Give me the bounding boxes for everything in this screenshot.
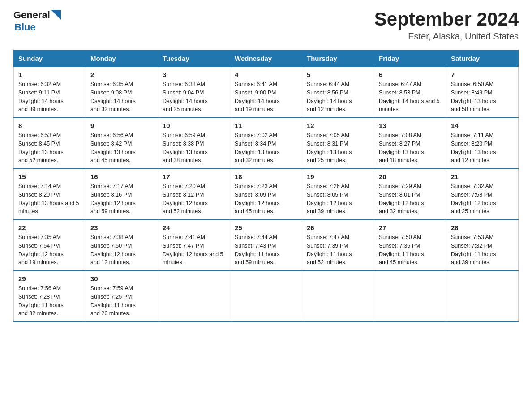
calendar-cell: 13 Sunrise: 7:08 AM Sunset: 8:27 PM Dayl…	[374, 118, 446, 169]
day-info: Sunrise: 7:02 AM Sunset: 8:34 PM Dayligh…	[235, 131, 297, 165]
day-info: Sunrise: 6:47 AM Sunset: 8:53 PM Dayligh…	[379, 80, 442, 114]
calendar-cell: 4 Sunrise: 6:41 AM Sunset: 9:00 PM Dayli…	[230, 67, 302, 118]
calendar-cell: 8 Sunrise: 6:53 AM Sunset: 8:45 PM Dayli…	[14, 118, 86, 169]
calendar-cell: 7 Sunrise: 6:50 AM Sunset: 8:49 PM Dayli…	[446, 67, 519, 118]
day-info: Sunrise: 7:41 AM Sunset: 7:47 PM Dayligh…	[163, 233, 225, 267]
col-friday: Friday	[374, 50, 446, 67]
day-info: Sunrise: 7:38 AM Sunset: 7:50 PM Dayligh…	[90, 233, 153, 267]
day-number: 30	[90, 275, 153, 283]
day-info: Sunrise: 7:23 AM Sunset: 8:09 PM Dayligh…	[235, 182, 297, 216]
calendar-cell: 28 Sunrise: 7:53 AM Sunset: 7:32 PM Dayl…	[446, 220, 519, 271]
day-number: 20	[379, 173, 442, 180]
day-number: 2	[90, 71, 153, 78]
calendar-cell: 19 Sunrise: 7:26 AM Sunset: 8:05 PM Dayl…	[302, 169, 374, 220]
calendar-cell: 29 Sunrise: 7:56 AM Sunset: 7:28 PM Dayl…	[14, 271, 86, 322]
col-sunday: Sunday	[14, 50, 86, 67]
calendar-cell: 20 Sunrise: 7:29 AM Sunset: 8:01 PM Dayl…	[374, 169, 446, 220]
day-number: 4	[235, 71, 297, 78]
calendar-cell: 6 Sunrise: 6:47 AM Sunset: 8:53 PM Dayli…	[374, 67, 446, 118]
day-info: Sunrise: 7:56 AM Sunset: 7:28 PM Dayligh…	[18, 284, 81, 318]
day-info: Sunrise: 6:59 AM Sunset: 8:38 PM Dayligh…	[163, 131, 225, 165]
day-info: Sunrise: 6:50 AM Sunset: 8:49 PM Dayligh…	[451, 80, 514, 114]
day-number: 23	[90, 224, 153, 231]
day-number: 13	[379, 122, 442, 129]
calendar-week-3: 15 Sunrise: 7:14 AM Sunset: 8:20 PM Dayl…	[14, 169, 519, 220]
day-info: Sunrise: 7:59 AM Sunset: 7:25 PM Dayligh…	[90, 284, 153, 318]
calendar-cell: 10 Sunrise: 6:59 AM Sunset: 8:38 PM Dayl…	[158, 118, 230, 169]
day-info: Sunrise: 7:32 AM Sunset: 7:58 PM Dayligh…	[451, 182, 514, 216]
day-number: 21	[451, 173, 514, 180]
day-number: 6	[379, 71, 442, 78]
calendar-week-2: 8 Sunrise: 6:53 AM Sunset: 8:45 PM Dayli…	[14, 118, 519, 169]
calendar-cell	[302, 271, 374, 322]
day-number: 26	[307, 224, 369, 231]
day-number: 12	[307, 122, 369, 129]
day-number: 5	[307, 71, 369, 78]
col-monday: Monday	[86, 50, 158, 67]
day-number: 11	[235, 122, 297, 129]
day-info: Sunrise: 7:08 AM Sunset: 8:27 PM Dayligh…	[379, 131, 442, 165]
calendar-cell: 1 Sunrise: 6:32 AM Sunset: 9:11 PM Dayli…	[14, 67, 86, 118]
calendar-cell: 3 Sunrise: 6:38 AM Sunset: 9:04 PM Dayli…	[158, 67, 230, 118]
day-number: 10	[163, 122, 225, 129]
calendar-week-5: 29 Sunrise: 7:56 AM Sunset: 7:28 PM Dayl…	[14, 271, 519, 322]
calendar-cell: 11 Sunrise: 7:02 AM Sunset: 8:34 PM Dayl…	[230, 118, 302, 169]
calendar-cell: 2 Sunrise: 6:35 AM Sunset: 9:08 PM Dayli…	[86, 67, 158, 118]
day-number: 17	[163, 173, 225, 180]
calendar-cell	[374, 271, 446, 322]
col-thursday: Thursday	[302, 50, 374, 67]
day-info: Sunrise: 6:38 AM Sunset: 9:04 PM Dayligh…	[163, 80, 225, 114]
day-info: Sunrise: 7:29 AM Sunset: 8:01 PM Dayligh…	[379, 182, 442, 216]
day-info: Sunrise: 7:11 AM Sunset: 8:23 PM Dayligh…	[451, 131, 514, 165]
calendar-cell: 12 Sunrise: 7:05 AM Sunset: 8:31 PM Dayl…	[302, 118, 374, 169]
day-number: 29	[18, 275, 81, 283]
calendar-cell: 16 Sunrise: 7:17 AM Sunset: 8:16 PM Dayl…	[86, 169, 158, 220]
calendar-cell: 14 Sunrise: 7:11 AM Sunset: 8:23 PM Dayl…	[446, 118, 519, 169]
day-number: 3	[163, 71, 225, 78]
calendar-week-4: 22 Sunrise: 7:35 AM Sunset: 7:54 PM Dayl…	[14, 220, 519, 271]
calendar-cell: 18 Sunrise: 7:23 AM Sunset: 8:09 PM Dayl…	[230, 169, 302, 220]
day-number: 25	[235, 224, 297, 231]
day-number: 7	[451, 71, 514, 78]
calendar-cell	[230, 271, 302, 322]
calendar-cell: 5 Sunrise: 6:44 AM Sunset: 8:56 PM Dayli…	[302, 67, 374, 118]
day-info: Sunrise: 7:05 AM Sunset: 8:31 PM Dayligh…	[307, 131, 369, 165]
day-info: Sunrise: 7:26 AM Sunset: 8:05 PM Dayligh…	[307, 182, 369, 216]
page-header: General Blue September 2024 Ester, Alask…	[13, 9, 519, 42]
logo: General Blue	[13, 9, 61, 33]
logo-general-text: General	[13, 9, 50, 21]
calendar-cell: 9 Sunrise: 6:56 AM Sunset: 8:42 PM Dayli…	[86, 118, 158, 169]
calendar-cell: 23 Sunrise: 7:38 AM Sunset: 7:50 PM Dayl…	[86, 220, 158, 271]
day-number: 18	[235, 173, 297, 180]
day-info: Sunrise: 6:35 AM Sunset: 9:08 PM Dayligh…	[90, 80, 153, 114]
day-number: 8	[18, 122, 81, 129]
calendar-cell: 17 Sunrise: 7:20 AM Sunset: 8:12 PM Dayl…	[158, 169, 230, 220]
day-number: 19	[307, 173, 369, 180]
logo-arrow-icon	[51, 10, 61, 20]
calendar-table: Sunday Monday Tuesday Wednesday Thursday…	[13, 50, 519, 322]
day-info: Sunrise: 7:17 AM Sunset: 8:16 PM Dayligh…	[90, 182, 153, 216]
calendar-cell	[446, 271, 519, 322]
day-number: 9	[90, 122, 153, 129]
col-wednesday: Wednesday	[230, 50, 302, 67]
day-info: Sunrise: 6:56 AM Sunset: 8:42 PM Dayligh…	[90, 131, 153, 165]
calendar-cell: 25 Sunrise: 7:44 AM Sunset: 7:43 PM Dayl…	[230, 220, 302, 271]
svg-marker-0	[51, 10, 61, 20]
calendar-header: Sunday Monday Tuesday Wednesday Thursday…	[14, 50, 519, 67]
day-number: 16	[90, 173, 153, 180]
calendar-cell: 27 Sunrise: 7:50 AM Sunset: 7:36 PM Dayl…	[374, 220, 446, 271]
day-info: Sunrise: 7:35 AM Sunset: 7:54 PM Dayligh…	[18, 233, 81, 267]
calendar-cell: 26 Sunrise: 7:47 AM Sunset: 7:39 PM Dayl…	[302, 220, 374, 271]
day-info: Sunrise: 7:47 AM Sunset: 7:39 PM Dayligh…	[307, 233, 369, 267]
calendar-cell: 22 Sunrise: 7:35 AM Sunset: 7:54 PM Dayl…	[14, 220, 86, 271]
calendar-cell	[158, 271, 230, 322]
header-row: Sunday Monday Tuesday Wednesday Thursday…	[14, 50, 519, 67]
day-info: Sunrise: 7:20 AM Sunset: 8:12 PM Dayligh…	[163, 182, 225, 216]
logo-blue-text: Blue	[14, 21, 36, 33]
day-number: 1	[18, 71, 81, 78]
location-subtitle: Ester, Alaska, United States	[374, 31, 519, 42]
calendar-cell: 21 Sunrise: 7:32 AM Sunset: 7:58 PM Dayl…	[446, 169, 519, 220]
day-info: Sunrise: 7:50 AM Sunset: 7:36 PM Dayligh…	[379, 233, 442, 267]
calendar-cell: 30 Sunrise: 7:59 AM Sunset: 7:25 PM Dayl…	[86, 271, 158, 322]
day-info: Sunrise: 7:44 AM Sunset: 7:43 PM Dayligh…	[235, 233, 297, 267]
